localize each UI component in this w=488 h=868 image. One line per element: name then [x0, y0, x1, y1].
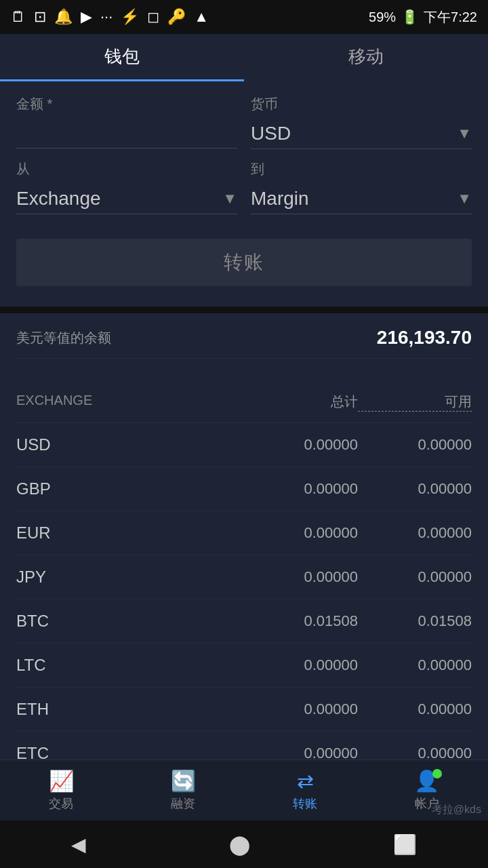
tab-wallet[interactable]: 钱包	[0, 34, 244, 81]
nav-transfer-label: 转账	[293, 795, 317, 812]
nfc-icon: ◻	[147, 8, 159, 26]
section-divider	[0, 307, 488, 313]
signal-icon: ▲	[194, 8, 209, 26]
form-area: 金额 * 货币 USD ▼ 从 Exchange ▼ 到 Margin ▼	[0, 81, 488, 307]
send-icon: ▶	[81, 8, 92, 26]
finance-icon: 🔄	[171, 769, 196, 793]
notif-icon: 🔔	[54, 8, 73, 26]
top-tabs: 钱包 移动	[0, 34, 488, 81]
currency-value: USD	[251, 123, 291, 144]
asset-total: 0.00000	[244, 701, 358, 718]
table-row: ETH 0.00000 0.00000	[16, 688, 472, 732]
online-dot	[432, 769, 442, 778]
to-select[interactable]: Margin ▼	[251, 184, 472, 214]
currency-arrow-icon: ▼	[457, 125, 472, 142]
from-value: Exchange	[16, 188, 101, 209]
balance-label: 美元等值的余额	[16, 329, 111, 347]
asset-total: 0.00000	[244, 656, 358, 674]
asset-name: EUR	[16, 524, 244, 542]
asset-avail: 0.01508	[358, 612, 472, 630]
table-row: USD 0.00000 0.00000	[16, 423, 472, 467]
watermark: 考拉@kds	[432, 803, 481, 817]
asset-name: ETH	[16, 700, 244, 719]
status-bar: 🗒 ⊡ 🔔 ▶ ··· ⚡ ◻ 🔑 ▲ 59% 🔋 下午7:22	[0, 0, 488, 34]
amount-input[interactable]	[16, 119, 237, 149]
from-select[interactable]: Exchange ▼	[16, 184, 237, 214]
asset-avail: 0.00000	[358, 701, 472, 718]
nav-finance-label: 融资	[171, 795, 195, 812]
android-nav: ◀ ⬤ ⬜	[0, 821, 488, 868]
key-icon: 🔑	[167, 8, 186, 26]
form-row-amount-currency: 金额 * 货币 USD ▼	[16, 95, 472, 149]
balance-row: 美元等值的余额 216,193.70	[16, 327, 472, 359]
asset-name: USD	[16, 435, 244, 454]
asset-total: 0.00000	[244, 524, 358, 542]
transfer-icon: ⇄	[297, 769, 314, 793]
amount-field: 金额 *	[16, 95, 237, 149]
col-total-header: 总计	[244, 393, 358, 412]
to-label: 到	[251, 160, 472, 178]
tab-move[interactable]: 移动	[244, 34, 488, 81]
table-row: LTC 0.00000 0.00000	[16, 644, 472, 688]
table-row: EUR 0.00000 0.00000	[16, 511, 472, 555]
to-arrow-icon: ▼	[457, 190, 472, 208]
status-left: 🗒 ⊡ 🔔 ▶ ··· ⚡ ◻ 🔑 ▲	[11, 8, 209, 26]
asset-name: GBP	[16, 479, 244, 498]
amount-label: 金额 *	[16, 95, 237, 113]
time: 下午7:22	[424, 8, 477, 26]
asset-total: 0.00000	[244, 568, 358, 586]
back-button[interactable]: ◀	[71, 833, 86, 856]
asset-avail: 0.00000	[358, 524, 472, 542]
transfer-button[interactable]: 转账	[16, 239, 472, 286]
more-icon: ···	[100, 8, 113, 26]
trade-icon: 📈	[49, 769, 74, 793]
status-right: 59% 🔋 下午7:22	[369, 8, 477, 26]
asset-avail: 0.00000	[358, 480, 472, 498]
currency-select[interactable]: USD ▼	[251, 119, 472, 149]
asset-name: BTC	[16, 612, 244, 631]
from-arrow-icon: ▼	[222, 190, 237, 208]
asset-avail: 0.00000	[358, 436, 472, 454]
form-row-from-to: 从 Exchange ▼ 到 Margin ▼	[16, 160, 472, 214]
bottom-nav: 📈 交易 🔄 融资 ⇄ 转账 👤 帐户	[0, 760, 488, 821]
battery-icon: 🔋	[401, 9, 418, 25]
app-icon: ⊡	[34, 8, 46, 26]
to-value: Margin	[251, 188, 309, 209]
from-label: 从	[16, 160, 237, 178]
nav-trade-label: 交易	[49, 795, 73, 812]
asset-avail: 0.00000	[358, 656, 472, 674]
currency-field: 货币 USD ▼	[251, 95, 472, 149]
home-button[interactable]: ⬤	[229, 833, 250, 856]
nav-transfer[interactable]: ⇄ 转账	[293, 769, 317, 812]
battery-pct: 59%	[369, 9, 396, 25]
from-field: 从 Exchange ▼	[16, 160, 237, 214]
exchange-title: EXCHANGE	[16, 393, 244, 412]
asset-name: LTC	[16, 656, 244, 675]
asset-total: 0.00000	[244, 436, 358, 454]
nav-trade[interactable]: 📈 交易	[49, 769, 74, 812]
asset-total: 0.00000	[244, 480, 358, 498]
to-field: 到 Margin ▼	[251, 160, 472, 214]
col-avail-header: 可用	[358, 393, 472, 412]
asset-total: 0.01508	[244, 612, 358, 630]
nav-finance[interactable]: 🔄 融资	[171, 769, 196, 812]
bt-icon: ⚡	[121, 8, 139, 26]
exchange-header: EXCHANGE 总计 可用	[16, 382, 472, 423]
asset-name: JPY	[16, 568, 244, 587]
table-row: JPY 0.00000 0.00000	[16, 555, 472, 599]
recent-button[interactable]: ⬜	[393, 833, 417, 856]
balance-value: 216,193.70	[377, 327, 472, 349]
asset-avail: 0.00000	[358, 568, 472, 586]
sim-icon: 🗒	[11, 8, 26, 26]
currency-label: 货币	[251, 95, 472, 113]
balance-section: 美元等值的余额 216,193.70	[0, 313, 488, 382]
table-row: GBP 0.00000 0.00000	[16, 467, 472, 511]
table-row: BTC 0.01508 0.01508	[16, 599, 472, 644]
